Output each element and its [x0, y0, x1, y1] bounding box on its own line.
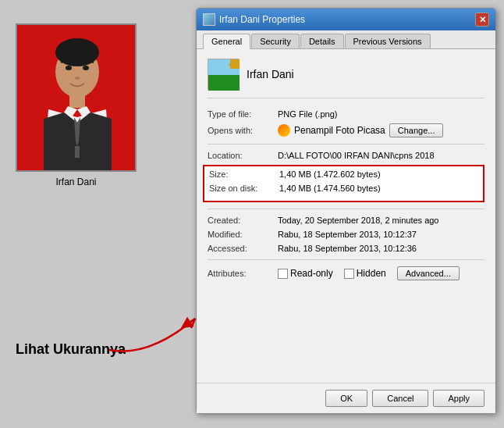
hidden-checkbox[interactable] [344, 269, 354, 279]
readonly-label: Read-only [290, 268, 333, 279]
svg-rect-4 [75, 146, 80, 158]
tab-previous-versions[interactable]: Previous Versions [345, 34, 431, 48]
readonly-checkbox[interactable] [278, 269, 288, 279]
dialog-icon [203, 13, 215, 26]
size-highlight-box: Size: 1,40 MB (1.472.602 bytes) Size on … [203, 165, 484, 202]
svg-point-7 [75, 77, 80, 80]
opens-with-row: Opens with: Penampil Foto Picasa Change.… [208, 123, 484, 137]
dialog-footer: OK Cancel Apply [197, 383, 495, 413]
apply-button[interactable]: Apply [433, 390, 484, 407]
tab-details[interactable]: Details [300, 34, 344, 48]
opens-with-app: Penampil Foto Picasa [294, 125, 385, 136]
ok-button[interactable]: OK [325, 390, 367, 407]
accessed-value: Rabu, 18 September 2013, 10:12:36 [278, 244, 484, 253]
dialog-titlebar: Irfan Dani Properties ✕ [197, 9, 495, 30]
properties-dialog: Irfan Dani Properties ✕ General Security… [196, 8, 496, 414]
modified-row: Modified: Rabu, 18 September 2013, 10:12… [208, 230, 484, 239]
readonly-checkbox-group: Read-only [278, 268, 333, 279]
titlebar-left: Irfan Dani Properties [203, 13, 305, 26]
location-value: D:\ALL FOTO\00 IRFAN DANI\cpns 2018 [278, 151, 484, 160]
svg-point-6 [83, 66, 89, 70]
tab-bar: General Security Details Previous Versio… [197, 30, 495, 49]
location-label: Location: [208, 151, 278, 160]
photo-frame [16, 23, 137, 172]
accessed-label: Accessed: [208, 244, 278, 253]
attributes-row: Attributes: Read-only Hidden Advanced... [208, 266, 484, 280]
size-value: 1,40 MB (1.472.602 bytes) [279, 169, 478, 179]
modified-value: Rabu, 18 September 2013, 10:12:37 [278, 230, 484, 239]
svg-rect-3 [69, 94, 85, 108]
close-button[interactable]: ✕ [475, 12, 489, 27]
location-row: Location: D:\ALL FOTO\00 IRFAN DANI\cpns… [208, 151, 484, 160]
file-display-name: Irfan Dani [247, 68, 294, 80]
picasa-icon [278, 124, 290, 137]
advanced-button[interactable]: Advanced... [397, 266, 460, 280]
file-thumbnail [208, 59, 239, 90]
divider-1 [208, 144, 484, 144]
photo-area: Irfan Dani [16, 23, 137, 187]
attributes-label: Attributes: [208, 269, 278, 278]
created-label: Created: [208, 216, 278, 225]
size-label: Size: [209, 169, 279, 179]
hidden-label: Hidden [357, 268, 386, 279]
cancel-button[interactable]: Cancel [372, 390, 428, 407]
size-row: Size: 1,40 MB (1.472.602 bytes) [209, 169, 478, 179]
size-on-disk-row: Size on disk: 1,40 MB (1.474.560 bytes) [209, 184, 478, 193]
type-label: Type of file: [208, 109, 278, 119]
divider-3 [208, 259, 484, 260]
file-header: Irfan Dani [208, 59, 484, 98]
photo-person-name: Irfan Dani [55, 177, 96, 187]
svg-rect-9 [208, 75, 240, 91]
hidden-checkbox-group: Hidden [344, 268, 386, 279]
size-on-disk-label: Size on disk: [209, 184, 279, 193]
size-on-disk-value: 1,40 MB (1.474.560 bytes) [279, 184, 478, 193]
created-row: Created: Today, 20 September 2018, 2 min… [208, 216, 484, 225]
divider-2 [208, 209, 484, 209]
svg-point-5 [66, 66, 72, 70]
tab-security[interactable]: Security [251, 34, 300, 48]
tab-general[interactable]: General [203, 34, 250, 49]
opens-with-value: Penampil Foto Picasa Change... [278, 123, 484, 137]
svg-rect-10 [230, 59, 240, 69]
type-value: PNG File (.png) [278, 109, 484, 119]
change-button[interactable]: Change... [389, 123, 444, 137]
accessed-row: Accessed: Rabu, 18 September 2013, 10:12… [208, 244, 484, 253]
modified-label: Modified: [208, 230, 278, 239]
opens-with-label: Opens with: [208, 126, 278, 135]
type-row: Type of file: PNG File (.png) [208, 109, 484, 119]
created-value: Today, 20 September 2018, 2 minutes ago [278, 216, 484, 225]
dialog-title: Irfan Dani Properties [219, 14, 305, 25]
dialog-content: Irfan Dani Type of file: PNG File (.png)… [197, 49, 495, 383]
